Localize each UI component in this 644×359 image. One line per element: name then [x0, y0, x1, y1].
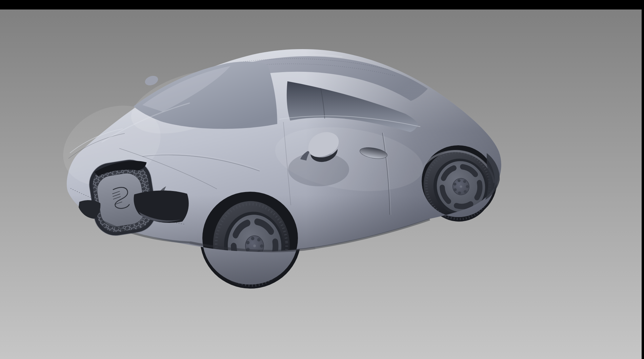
letterbox-top-bar: [0, 0, 644, 9]
render-canvas: [0, 0, 644, 359]
render-viewport[interactable]: [0, 0, 644, 359]
letterbox-right-bar: [642, 0, 644, 359]
